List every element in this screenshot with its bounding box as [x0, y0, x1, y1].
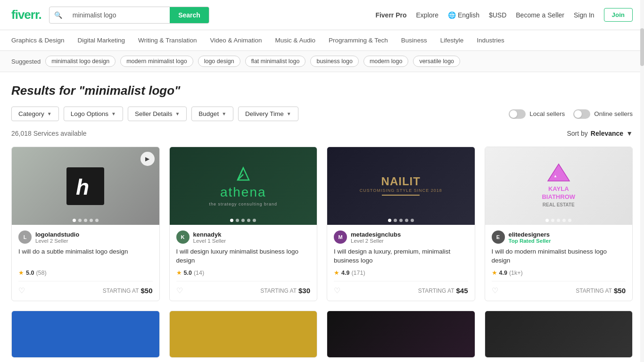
suggested-tag-5[interactable]: business logo: [310, 56, 358, 67]
seller-row-2: K kennadyk Level 1 Seller: [176, 230, 311, 244]
online-sellers-toggle-group: Online sellers: [573, 109, 633, 119]
sort-label: Sort by: [567, 130, 588, 137]
fiverr-pro-link[interactable]: Fiverr Pro: [375, 11, 406, 19]
avatar-1: L: [18, 230, 32, 244]
image-dots-3: [327, 215, 475, 225]
gig-image-7: [327, 311, 475, 358]
rating-value-3: 4.9: [341, 270, 349, 276]
gig-card-1[interactable]: h ▶ L logolandstudio Level 2 Se: [11, 147, 160, 301]
rating-count-2: (14): [194, 270, 204, 276]
price-row-1: ♡ STARTING AT $50: [18, 281, 153, 295]
join-button[interactable]: Join: [604, 8, 633, 22]
chevron-down-icon: ▼: [287, 111, 291, 116]
results-query: "minimalist logo": [79, 83, 180, 98]
suggested-bar: Suggested minimalist logo design modern …: [0, 51, 644, 72]
gig-image-6: [170, 311, 317, 358]
star-icon: ★: [334, 269, 339, 276]
gig-card-6[interactable]: [169, 311, 318, 358]
gig-card-8[interactable]: [485, 311, 633, 358]
gig-card-2[interactable]: athena the strategy consulting brand K k…: [169, 147, 318, 301]
become-seller-link[interactable]: Become a Seller: [516, 11, 564, 19]
suggested-tag-7[interactable]: versatile logo: [413, 56, 460, 67]
dot-2: [78, 219, 82, 222]
suggested-tag-1[interactable]: minimalist logo design: [45, 56, 116, 67]
delivery-time-filter[interactable]: Delivery Time ▼: [238, 107, 298, 121]
nav-industries[interactable]: Industries: [477, 35, 504, 46]
logo-dot: .: [39, 8, 41, 22]
avatar-2: K: [176, 230, 190, 244]
dot-2: [236, 219, 239, 222]
rating-row-3: ★ 4.9 (171): [334, 269, 468, 276]
play-button[interactable]: ▶: [140, 152, 155, 166]
nav-music-audio[interactable]: Music & Audio: [275, 35, 316, 46]
nav-business[interactable]: Business: [401, 35, 427, 46]
suggested-tag-2[interactable]: modern minimalist logo: [120, 56, 193, 67]
online-sellers-label: Online sellers: [594, 110, 633, 117]
chevron-down-icon: ▼: [626, 130, 633, 137]
online-sellers-toggle[interactable]: [573, 109, 590, 119]
nav-graphics-design[interactable]: Graphics & Design: [11, 35, 65, 46]
price-1: $50: [140, 287, 152, 295]
language-selector[interactable]: 🌐 English: [448, 11, 479, 19]
sort-dropdown[interactable]: Sort by Relevance ▼: [567, 130, 633, 137]
scrollbar-thumb[interactable]: [640, 28, 644, 66]
favorite-button-3[interactable]: ♡: [334, 286, 340, 295]
image-dots-2: [170, 215, 317, 225]
image-dots-4: [485, 215, 633, 225]
nav-digital-marketing[interactable]: Digital Marketing: [78, 35, 125, 46]
favorite-button-2[interactable]: ♡: [176, 286, 183, 295]
filter-toggles: Local sellers Online sellers: [509, 109, 633, 119]
chevron-down-icon: ▼: [111, 111, 116, 116]
suggested-tag-3[interactable]: logo design: [198, 56, 240, 67]
gig-card-5[interactable]: [11, 311, 160, 358]
search-button[interactable]: Search: [170, 7, 209, 23]
currency-selector[interactable]: $USD: [489, 11, 506, 19]
nav-programming-tech[interactable]: Programming & Tech: [329, 35, 388, 46]
seller-level-2: Level 1 Seller: [193, 238, 226, 244]
svg-text:h: h: [76, 175, 89, 199]
gig-card-4[interactable]: ▲ KAYLABIATHROWREAL ESTATE E: [485, 147, 633, 301]
gig-image-3: NAILIT CUSTOMISING STYLE SINCE 2018: [327, 147, 475, 225]
price-info-1: STARTING AT $50: [103, 287, 153, 295]
seller-name-3: metadesignclubs: [351, 231, 401, 238]
dot-2: [394, 219, 397, 222]
local-sellers-label: Local sellers: [529, 110, 565, 117]
favorite-button-1[interactable]: ♡: [18, 286, 25, 295]
dot-3: [399, 219, 403, 222]
nav-lifestyle[interactable]: Lifestyle: [440, 35, 464, 46]
price-info-2: STARTING AT $30: [260, 287, 310, 295]
seller-row-4: E elitedesigners Top Rated Seller: [492, 230, 626, 244]
explore-link[interactable]: Explore: [416, 11, 438, 19]
price-3: $45: [456, 287, 468, 295]
local-sellers-toggle[interactable]: [509, 109, 526, 119]
star-icon: ★: [18, 269, 24, 276]
nav-video-animation[interactable]: Video & Animation: [210, 35, 262, 46]
favorite-button-4[interactable]: ♡: [492, 286, 498, 295]
suggested-tag-4[interactable]: flat minimalist logo: [245, 56, 306, 67]
seller-info-1: logolandstudio Level 2 Seller: [35, 231, 79, 244]
athena-subtitle: the strategy consulting brand: [209, 202, 277, 206]
dot-5: [253, 219, 256, 222]
seller-details-filter[interactable]: Seller Details ▼: [128, 107, 187, 121]
bottom-gig-row: [11, 311, 633, 358]
rating-count-3: (171): [351, 270, 365, 276]
dot-4: [405, 219, 408, 222]
price-2: $30: [298, 287, 310, 295]
logo-options-filter[interactable]: Logo Options ▼: [64, 107, 123, 121]
logo[interactable]: fiverr.: [11, 8, 41, 22]
budget-filter[interactable]: Budget ▼: [191, 107, 233, 121]
avatar-3: M: [334, 230, 347, 244]
category-filter[interactable]: Category ▼: [11, 107, 59, 121]
gig-card-3[interactable]: NAILIT CUSTOMISING STYLE SINCE 2018 M: [327, 147, 475, 301]
suggested-tag-6[interactable]: modern logo: [363, 56, 409, 67]
star-icon: ★: [492, 269, 497, 276]
gig-card-7[interactable]: [327, 311, 475, 358]
search-input[interactable]: [67, 8, 170, 23]
price-4: $50: [614, 287, 626, 295]
seller-level-4: Top Rated Seller: [509, 238, 551, 244]
globe-icon: 🌐: [448, 11, 456, 19]
search-icon: 🔍: [50, 11, 67, 19]
nav-writing-translation[interactable]: Writing & Translation: [138, 35, 197, 46]
sign-in-link[interactable]: Sign In: [574, 11, 594, 19]
scrollbar[interactable]: [640, 0, 644, 362]
